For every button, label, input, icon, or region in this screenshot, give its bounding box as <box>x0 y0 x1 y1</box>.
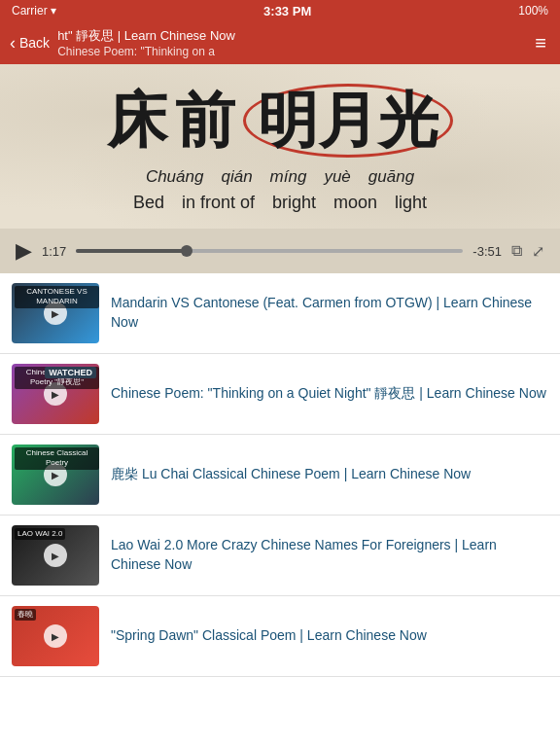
english-translation-line: Bed in front of bright moon light <box>129 193 431 213</box>
video-title-5: "Spring Dawn" Classical Poem | Learn Chi… <box>111 626 427 646</box>
progress-track[interactable] <box>76 249 463 253</box>
pinyin-line: Chuáng qián míng yuè guāng <box>146 167 414 187</box>
video-info-4: Lao Wai 2.0 More Crazy Chinese Names For… <box>111 536 548 574</box>
video-info-3: 鹿柴 Lu Chai Classical Chinese Poem | Lear… <box>111 465 548 484</box>
video-title-3: 鹿柴 Lu Chai Classical Chinese Poem | Lear… <box>111 465 471 484</box>
english-word-5: light <box>391 193 431 213</box>
video-thumb-4: LAO WAI 2.0 ▶ <box>12 525 99 586</box>
thumb-label-1: CANTONESE VS MANDARIN <box>15 286 99 308</box>
chinese-characters-line: 床 前 明月光 <box>107 84 453 158</box>
pinyin-3: míng <box>270 167 307 187</box>
chinese-char-highlighted-group: 明月光 <box>243 84 453 158</box>
video-thumb-1: CANTONESE VS MANDARIN ▶ <box>12 283 99 343</box>
pinyin-4: yuè <box>324 167 350 187</box>
thumb-play-icon-5: ▶ <box>44 624 67 648</box>
thumb-play-icon-4: ▶ <box>44 544 67 567</box>
status-bar: Carrier ▾ 3:33 PM 100% <box>0 0 560 21</box>
video-info-1: Mandarin VS Cantonese (Feat. Carmen from… <box>111 294 548 332</box>
english-word-1: Bed <box>129 193 168 213</box>
english-word-4: moon <box>330 193 381 213</box>
video-thumb-5: 春曉 ▶ <box>12 606 99 666</box>
nav-title-area: ht" 靜夜思 | Learn Chinese Now Chinese Poem… <box>57 27 523 58</box>
thumb-label-4: LAO WAI 2.0 <box>15 528 65 540</box>
progress-thumb <box>181 245 192 257</box>
video-title-1: Mandarin VS Cantonese (Feat. Carmen from… <box>111 294 548 332</box>
pinyin-5: guāng <box>368 167 414 187</box>
progress-fill <box>76 249 184 253</box>
video-item-1[interactable]: CANTONESE VS MANDARIN ▶ Mandarin VS Cant… <box>0 273 560 354</box>
battery-text: 100% <box>518 4 548 18</box>
chinese-char-2: 前 <box>175 90 235 151</box>
video-info-2: Chinese Poem: "Thinking on a Quiet Night… <box>111 384 548 404</box>
thumb-label-5: 春曉 <box>15 609 36 621</box>
audio-player: ▶ 1:17 -3:51 ⧉ ⤢ <box>0 229 560 273</box>
video-item-5[interactable]: 春曉 ▶ "Spring Dawn" Classical Poem | Lear… <box>0 596 560 677</box>
video-info-5: "Spring Dawn" Classical Poem | Learn Chi… <box>111 626 548 646</box>
carrier-text: Carrier ▾ <box>12 4 56 18</box>
time-text: 3:33 PM <box>263 4 311 18</box>
video-item-4[interactable]: LAO WAI 2.0 ▶ Lao Wai 2.0 More Crazy Chi… <box>0 516 560 596</box>
pinyin-1: Chuáng <box>146 167 204 187</box>
back-chevron-icon: ‹ <box>10 33 16 53</box>
current-time: 1:17 <box>42 244 66 259</box>
watched-badge-2: WATCHED <box>45 367 96 378</box>
menu-button[interactable]: ≡ <box>531 28 550 58</box>
video-thumb-2: Chinese Classical Poetry "靜夜思" WATCHED ▶ <box>12 364 99 424</box>
nav-subtitle: Chinese Poem: "Thinking on a <box>57 45 523 58</box>
nav-bar: ‹ Back ht" 靜夜思 | Learn Chinese Now Chine… <box>0 21 560 64</box>
thumb-label-3: Chinese Classical Poetry <box>15 447 99 470</box>
expand-button[interactable]: ⤢ <box>532 242 544 261</box>
video-item-2[interactable]: Chinese Classical Poetry "靜夜思" WATCHED ▶… <box>0 354 560 435</box>
back-button[interactable]: ‹ Back <box>10 33 50 53</box>
play-button[interactable]: ▶ <box>16 238 32 264</box>
remaining-time: -3:51 <box>472 244 502 259</box>
english-word-2: in front of <box>178 193 259 213</box>
video-title-4: Lao Wai 2.0 More Crazy Chinese Names For… <box>111 536 548 574</box>
nav-title: ht" 靜夜思 | Learn Chinese Now <box>57 27 523 45</box>
chinese-char-1: 床 <box>107 90 167 151</box>
english-word-3: bright <box>268 193 320 213</box>
pinyin-2: qián <box>221 167 252 187</box>
hero-section: 床 前 明月光 Chuáng qián míng yuè guāng Bed i… <box>0 64 560 229</box>
video-list: CANTONESE VS MANDARIN ▶ Mandarin VS Cant… <box>0 273 560 677</box>
video-title-2: Chinese Poem: "Thinking on a Quiet Night… <box>111 384 546 404</box>
back-label: Back <box>19 35 50 51</box>
video-thumb-3: Chinese Classical Poetry ▶ <box>12 445 99 505</box>
video-item-3[interactable]: Chinese Classical Poetry ▶ 鹿柴 Lu Chai Cl… <box>0 435 560 516</box>
pip-button[interactable]: ⧉ <box>511 242 522 260</box>
